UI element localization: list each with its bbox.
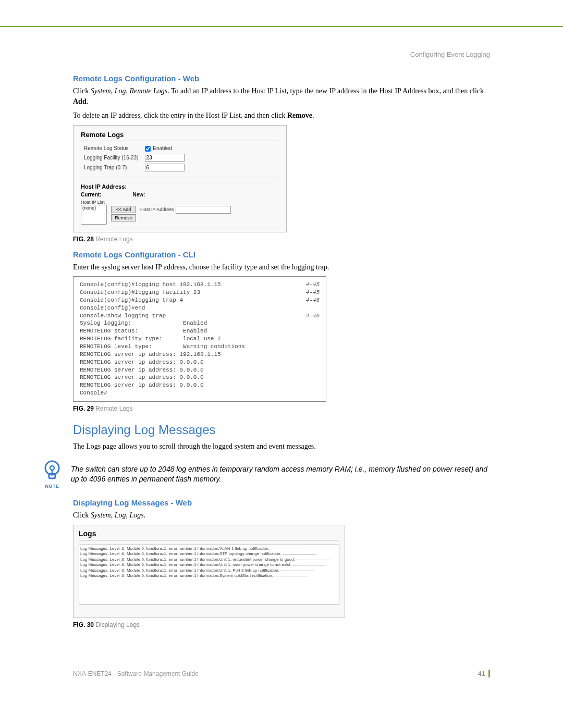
cli-line: REMOTELOG server ip address: 0.0.0.0 <box>80 359 320 366</box>
log-entry: Log Messages: Level :6, Module:6, functi… <box>80 573 338 578</box>
remote-logs-title: Remote Logs <box>81 131 279 141</box>
remove-button[interactable]: Remove <box>111 214 136 221</box>
note-block: NOTE The switch can store up to 2048 log… <box>42 460 490 489</box>
svg-point-1 <box>50 466 54 470</box>
log-entry: Log Messages: Level :6, Module:6, functi… <box>80 551 338 557</box>
add-button[interactable]: << Add <box>111 206 136 213</box>
host-ip-list-label: Host IP List <box>81 200 107 205</box>
remote-logs-web-p2: To delete an IP address, click the entry… <box>73 110 490 121</box>
logs-title: Logs <box>79 529 339 540</box>
cli-line: Console(config)#logging trap 44-46 <box>80 297 320 304</box>
fig28-caption: FIG. 28 Remote Logs <box>73 236 490 243</box>
host-ip-address-heading: Host IP Address: <box>81 183 279 190</box>
text: Click <box>73 511 91 519</box>
fig-label: FIG. 28 <box>73 236 94 243</box>
fig-text: Remote Logs <box>95 236 132 243</box>
log-entry: Log Messages: Level :6, Module:6, functi… <box>80 562 338 567</box>
text: Click <box>73 87 91 95</box>
note-text: The switch can store up to 2048 log entr… <box>71 464 490 485</box>
new-label: New: <box>132 192 145 198</box>
nav-path: System, Log, Logs <box>91 511 144 519</box>
cli-line: REMOTELOG server ip address: 0.0.0.0 <box>80 366 320 374</box>
page-number: 41 <box>478 670 490 677</box>
remote-logs-web-heading: Remote Logs Configuration - Web <box>73 74 490 83</box>
log-entry: Log Messages: Level :6, Module:6, functi… <box>80 557 338 562</box>
fig-label: FIG. 30 <box>73 621 94 628</box>
cli-line: REMOTELOG level type: Warning conditions <box>80 343 320 351</box>
current-label: Current: <box>81 192 101 198</box>
cli-line: REMOTELOG server ip address: 0.0.0.0 <box>80 374 320 381</box>
logs-screenshot: Logs Log Messages: Level :6, Module:6, f… <box>73 525 345 618</box>
displaying-log-messages-heading: Displaying Log Messages <box>73 423 490 437</box>
remove-word: Remove <box>287 112 312 119</box>
host-ip-address-label: Host IP Address <box>140 207 174 212</box>
remote-logs-cli-heading: Remote Logs Configuration - CLI <box>73 250 490 259</box>
fig29-caption: FIG. 29 Remote Logs <box>73 405 490 412</box>
add-word: Add <box>73 97 87 105</box>
log-entry: Log Messages: Level :6, Module:6, functi… <box>80 568 338 573</box>
text: . <box>87 97 89 105</box>
cli-line: Console(config)#logging host 192.168.1.1… <box>80 281 320 289</box>
footer-doc-title: NXA-ENET24 - Software Management Guide <box>73 670 199 677</box>
note-label: NOTE <box>42 484 63 489</box>
cli-line: REMOTELOG server ip address: 0.0.0.0 <box>80 381 320 389</box>
logging-facility-label: Logging Facility (16-23) <box>81 153 142 163</box>
remote-logs-cli-p1: Enter the syslog server host IP address,… <box>73 262 490 273</box>
text: . <box>312 112 314 119</box>
cli-line: Console# <box>80 389 320 397</box>
fig30-caption: FIG. 30 Displaying Logs <box>73 621 490 628</box>
remote-logs-screenshot: Remote Logs Remote Log Status Enabled Lo… <box>73 125 287 232</box>
header-section: Configuring Event Logging <box>73 51 490 58</box>
cli-line: Console#show logging trap4-46 <box>80 312 320 320</box>
host-ip-listbox[interactable]: (none) <box>81 205 107 225</box>
fig-label: FIG. 29 <box>73 405 94 412</box>
remote-log-status-label: Remote Log Status <box>81 144 142 153</box>
remote-log-status-checkbox[interactable] <box>145 146 151 152</box>
logging-trap-label: Logging Trap (0-7) <box>81 163 142 172</box>
nav-path: System, Log, Remote Logs <box>91 87 167 95</box>
cli-output: Console(config)#logging host 192.168.1.1… <box>73 276 326 402</box>
logs-listbox[interactable]: Log Messages: Level :6, Module:6, functi… <box>79 545 339 605</box>
text: . To add an IP address to the Host IP Li… <box>167 87 484 95</box>
text: To delete an IP address, click the entry… <box>73 112 287 119</box>
remote-logs-form: Remote Log Status Enabled Logging Facili… <box>81 144 188 172</box>
cli-line: REMOTELOG status: Enabled <box>80 327 320 335</box>
enabled-label: Enabled <box>153 145 172 151</box>
cli-line: Syslog logging: Enabled <box>80 319 320 327</box>
lightbulb-icon <box>42 460 63 483</box>
cli-line: REMOTELOG server ip address: 192.168.1.1… <box>80 351 320 359</box>
log-entry: Log Messages: Level :6, Module:6, functi… <box>80 546 338 551</box>
remote-logs-web-p1: Click System, Log, Remote Logs. To add a… <box>73 86 490 106</box>
cli-line: REMOTELOG facility type: local use 7 <box>80 335 320 343</box>
text: . <box>144 511 146 519</box>
logging-facility-input[interactable] <box>145 154 185 162</box>
displaying-log-web-p1: Click System, Log, Logs. <box>73 510 490 521</box>
cli-line: Console(config)#end <box>80 304 320 312</box>
host-ip-address-input[interactable] <box>176 206 231 214</box>
list-item[interactable]: (none) <box>81 205 106 212</box>
logging-trap-input[interactable] <box>145 164 185 171</box>
fig-text: Displaying Logs <box>95 621 140 628</box>
displaying-log-messages-p1: The Logs page allows you to scroll throu… <box>73 441 490 452</box>
cli-line: Console(config)#logging facility 234-45 <box>80 289 320 297</box>
displaying-log-web-heading: Displaying Log Messages - Web <box>73 498 490 507</box>
fig-text: Remote Logs <box>95 405 132 412</box>
